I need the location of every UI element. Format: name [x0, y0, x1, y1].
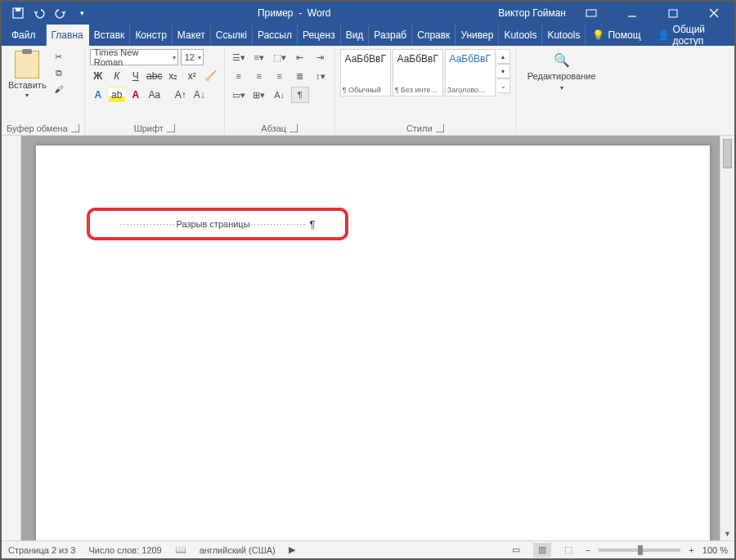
ribbon-options-icon[interactable]: [576, 2, 607, 25]
document-viewport[interactable]: ················· Разрыв страницы ······…: [21, 136, 734, 540]
sort-button[interactable]: A↓: [271, 87, 289, 103]
style-heading1[interactable]: АаБбВвГ Заголово…: [445, 49, 496, 96]
font-name-combo[interactable]: Times New Roman: [90, 49, 178, 65]
clear-format-button[interactable]: 🧹: [203, 68, 219, 84]
window-title: Пример - Word: [90, 7, 498, 19]
grow-font-button[interactable]: A↑: [173, 87, 189, 103]
zoom-slider[interactable]: [599, 549, 680, 552]
change-case-button[interactable]: Aa: [146, 87, 163, 103]
show-marks-button[interactable]: ¶: [291, 87, 309, 103]
language-indicator[interactable]: английский (США): [200, 545, 276, 555]
vertical-ruler[interactable]: [2, 136, 21, 540]
zoom-out-button[interactable]: −: [586, 545, 590, 555]
quick-access-toolbar: ▾: [2, 5, 90, 21]
superscript-button[interactable]: x²: [184, 68, 200, 84]
group-styles: АаБбВвГ ¶ Обычный АаБбВвГ ¶ Без инте… Аа…: [335, 46, 516, 135]
tab-help-tab[interactable]: Справк: [412, 25, 456, 46]
styles-launcher[interactable]: [436, 124, 444, 132]
svg-rect-2: [586, 10, 596, 16]
share-icon: 👤: [657, 29, 670, 41]
borders-button[interactable]: ⊞▾: [250, 87, 268, 103]
qat-more-icon[interactable]: ▾: [74, 5, 90, 21]
statusbar: Страница 2 из 3 Число слов: 1209 📖 англи…: [2, 540, 734, 558]
shading-button[interactable]: ▭▾: [230, 87, 248, 103]
shrink-font-button[interactable]: A↓: [191, 87, 208, 103]
group-paragraph: ☰▾ ≡▾ ⬚▾ ⇤ ⇥ ≡ ≡ ≡ ≣ ↕▾ ▭▾ ⊞▾ A↓ ¶ Абзац: [225, 46, 335, 135]
scrollbar-thumb[interactable]: [723, 139, 732, 168]
tab-home[interactable]: Главна: [47, 25, 89, 46]
spellcheck-icon[interactable]: 📖: [175, 544, 186, 555]
paste-icon: [15, 51, 39, 78]
tab-layout[interactable]: Макет: [173, 25, 211, 46]
cut-icon[interactable]: ✂: [52, 49, 66, 64]
close-icon[interactable]: [698, 2, 729, 25]
style-normal[interactable]: АаБбВвГ ¶ Обычный: [340, 49, 391, 96]
share-button[interactable]: 👤 Общий доступ: [651, 24, 734, 47]
doc-name: Пример: [258, 7, 294, 19]
vertical-scrollbar[interactable]: ▲ ▼: [720, 136, 734, 540]
align-right-button[interactable]: ≡: [271, 68, 289, 84]
tab-kutools2[interactable]: Kutools: [542, 25, 586, 46]
undo-icon[interactable]: [31, 5, 47, 21]
strike-button[interactable]: abc: [146, 68, 163, 84]
redo-icon[interactable]: [52, 5, 69, 21]
italic-button[interactable]: К: [109, 68, 125, 84]
copy-icon[interactable]: ⧉: [52, 65, 66, 80]
increase-indent-button[interactable]: ⇥: [312, 49, 330, 65]
paste-button[interactable]: Вставить ▾: [7, 49, 48, 101]
group-clipboard: Вставить ▾ ✂ ⧉ 🖌 Буфер обмена: [2, 46, 85, 135]
tab-universal[interactable]: Универ: [456, 25, 499, 46]
read-mode-icon[interactable]: ▭: [507, 543, 525, 558]
underline-button[interactable]: Ч: [128, 68, 144, 84]
minimize-icon[interactable]: [617, 2, 648, 25]
styles-gallery-more[interactable]: ▴▾⌄: [497, 49, 510, 93]
align-center-button[interactable]: ≡: [250, 68, 268, 84]
justify-button[interactable]: ≣: [291, 68, 309, 84]
bullets-button[interactable]: ☰▾: [230, 49, 248, 65]
scroll-down-icon[interactable]: ▼: [720, 527, 734, 540]
style-no-spacing[interactable]: АаБбВвГ ¶ Без инте…: [393, 49, 443, 96]
format-painter-icon[interactable]: 🖌: [52, 82, 66, 96]
font-launcher[interactable]: [167, 124, 175, 132]
clipboard-launcher[interactable]: [71, 124, 79, 132]
tab-mailings[interactable]: Рассыл: [253, 25, 298, 46]
tell-me[interactable]: 💡 Помощ: [586, 29, 647, 41]
tab-references[interactable]: Ссылкі: [211, 25, 253, 46]
zoom-in-button[interactable]: +: [689, 545, 693, 555]
subscript-button[interactable]: x₂: [165, 68, 182, 84]
maximize-icon[interactable]: [657, 2, 689, 25]
bold-button[interactable]: Ж: [90, 68, 106, 84]
app-name: Word: [307, 7, 330, 19]
page-break-marker[interactable]: ················· Разрыв страницы ······…: [119, 218, 315, 231]
document-area: ················· Разрыв страницы ······…: [2, 136, 734, 540]
tab-insert[interactable]: Вставк: [89, 25, 131, 46]
group-font: Times New Roman 12 Ж К Ч abc x₂ x² 🧹 A a…: [85, 46, 225, 135]
line-spacing-button[interactable]: ↕▾: [312, 68, 330, 84]
page[interactable]: ················· Разрыв страницы ······…: [36, 146, 710, 540]
tab-view[interactable]: Вид: [341, 25, 370, 46]
tab-review[interactable]: Реценз: [298, 25, 341, 46]
align-left-button[interactable]: ≡: [230, 68, 248, 84]
paragraph-launcher[interactable]: [289, 124, 298, 132]
font-size-combo[interactable]: 12: [181, 49, 204, 65]
decrease-indent-button[interactable]: ⇤: [291, 49, 309, 65]
web-layout-icon[interactable]: ⬚: [559, 543, 577, 558]
editing-button[interactable]: 🔍 Редактирование ▾: [521, 49, 603, 95]
highlight-button[interactable]: ab: [109, 87, 125, 103]
numbering-button[interactable]: ≡▾: [250, 49, 268, 65]
user-name: Виктор Гойман: [498, 7, 566, 19]
multilevel-button[interactable]: ⬚▾: [271, 49, 289, 65]
font-color-button[interactable]: A: [128, 87, 144, 103]
word-count[interactable]: Число слов: 1209: [88, 545, 161, 555]
tab-file[interactable]: Файл: [2, 25, 47, 46]
save-icon[interactable]: [10, 5, 26, 21]
macro-icon[interactable]: ▶: [289, 544, 295, 555]
tab-design[interactable]: Констр: [130, 25, 172, 46]
zoom-level[interactable]: 100 %: [702, 545, 728, 555]
print-layout-icon[interactable]: ▥: [533, 543, 551, 558]
text-effects-button[interactable]: A: [90, 87, 106, 103]
svg-rect-4: [669, 10, 677, 17]
tab-kutools[interactable]: Kutools: [499, 25, 542, 46]
page-indicator[interactable]: Страница 2 из 3: [8, 545, 75, 555]
tab-developer[interactable]: Разраб: [369, 25, 412, 46]
